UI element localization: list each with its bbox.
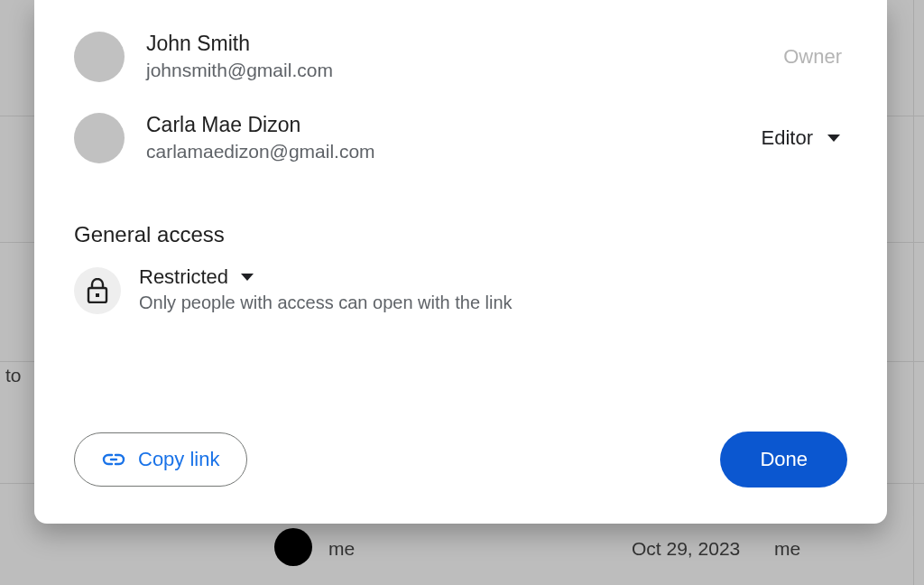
bg-text-me2: me [774,538,800,560]
lock-icon [87,278,108,303]
general-access-row: Restricted Only people with access can o… [74,265,847,314]
person-email: johnsmith@gmail.com [146,58,783,83]
bg-text-date: Oct 29, 2023 [632,538,740,560]
person-row-owner: John Smith johnsmith@gmail.com Owner [74,0,847,98]
done-button[interactable]: Done [720,432,847,488]
dialog-footer: Copy link Done [74,432,847,488]
person-info: John Smith johnsmith@gmail.com [146,31,783,83]
role-dropdown-editor[interactable]: Editor [762,126,847,150]
general-access-title: General access [74,222,847,247]
access-info: Restricted Only people with access can o… [139,265,847,313]
bg-avatar [274,528,312,566]
svg-rect-1 [96,293,99,297]
person-info: Carla Mae Dizon carlamaedizon@gmail.com [146,112,762,164]
lock-icon-circle [74,267,121,314]
avatar [74,113,125,163]
share-dialog: John Smith johnsmith@gmail.com Owner Car… [34,0,887,524]
person-name: John Smith [146,31,783,58]
person-email: carlamaedizon@gmail.com [146,139,762,164]
caret-down-icon [827,135,840,142]
person-name: Carla Mae Dizon [146,112,762,139]
link-icon [102,452,125,467]
access-mode-dropdown[interactable]: Restricted [139,265,847,289]
access-mode-label: Restricted [139,265,228,289]
access-description: Only people with access can open with th… [139,292,847,313]
role-label: Editor [762,126,813,150]
caret-down-icon [241,274,254,281]
person-row-editor: Carla Mae Dizon carlamaedizon@gmail.com … [74,98,847,179]
copy-link-button[interactable]: Copy link [74,432,247,487]
role-label-owner: Owner [783,45,847,69]
bg-text-me: me [328,538,355,560]
bg-text-to: to [5,365,22,386]
avatar [74,32,125,82]
copy-link-label: Copy link [138,448,219,471]
